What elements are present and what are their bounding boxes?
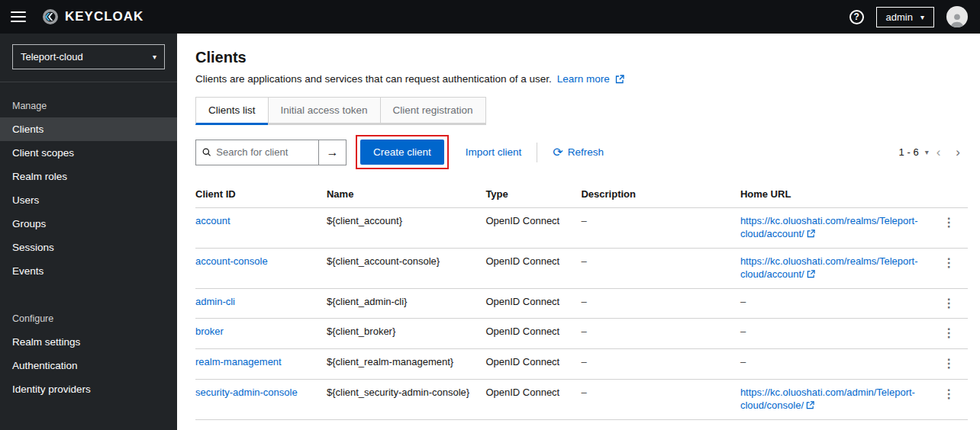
external-link-icon [807, 229, 815, 238]
table-row: account-console ${client_account-console… [195, 248, 968, 288]
client-home-url: – [740, 349, 940, 380]
client-description: – [581, 248, 740, 288]
search-submit-button[interactable]: → [319, 140, 347, 165]
sidebar-item-realm-roles[interactable]: Realm roles [0, 165, 177, 188]
client-type: OpenID Connect [485, 379, 581, 419]
clients-table: Client ID Name Type Description Home URL… [195, 181, 968, 420]
client-type: OpenID Connect [485, 248, 581, 288]
client-name: ${client_realm-management} [327, 349, 485, 380]
pagination-prev-button[interactable]: ‹ [929, 146, 949, 159]
client-description: – [581, 208, 740, 249]
sidebar-section-manage: Manage Clients Client scopes Realm roles… [0, 96, 177, 283]
table-header-row: Client ID Name Type Description Home URL [195, 181, 968, 208]
row-kebab-menu[interactable]: ⋮ [939, 248, 968, 288]
user-avatar-icon [949, 11, 965, 27]
client-description: – [581, 319, 740, 349]
pagination-next-button[interactable]: › [948, 146, 968, 159]
tab-client-registration[interactable]: Client registration [380, 97, 486, 125]
chevron-down-icon: ▾ [153, 53, 156, 61]
pagination-range-dropdown[interactable]: 1 - 6 ▾ [899, 146, 929, 158]
client-name: ${client_security-admin-console} [327, 379, 485, 419]
chevron-down-icon: ▾ [920, 13, 924, 21]
help-icon[interactable]: ? [849, 10, 864, 24]
row-kebab-menu[interactable]: ⋮ [939, 379, 968, 419]
table-row: admin-cli ${client_admin-cli} OpenID Con… [195, 288, 968, 319]
toolbar-divider [537, 143, 537, 162]
top-bar: KEYCLOAK ? admin ▾ [0, 0, 980, 34]
refresh-button[interactable]: ⟳ Refresh [553, 146, 604, 159]
sidebar-item-clients[interactable]: Clients [0, 117, 177, 141]
keycloak-admin-console: KEYCLOAK ? admin ▾ Teleport-cloud ▾ [0, 0, 980, 430]
tab-bar: Clients list Initial access token Client… [195, 97, 968, 125]
col-header-description: Description [581, 181, 740, 208]
learn-more-label: Learn more [557, 73, 610, 85]
row-kebab-menu[interactable]: ⋮ [939, 208, 968, 249]
client-type: OpenID Connect [485, 208, 581, 249]
sidebar-item-sessions[interactable]: Sessions [0, 236, 177, 259]
user-name: admin [886, 11, 913, 23]
section-label-manage: Manage [0, 96, 177, 117]
sidebar-item-client-scopes[interactable]: Client scopes [0, 141, 177, 165]
row-kebab-menu[interactable]: ⋮ [939, 288, 968, 319]
sidebar: Teleport-cloud ▾ Manage Clients Client s… [0, 34, 177, 430]
sidebar-section-configure: Configure Realm settings Authentication … [0, 309, 177, 401]
realm-name: Teleport-cloud [21, 51, 83, 63]
client-id-link[interactable]: account [195, 215, 230, 226]
external-link-icon [806, 401, 814, 409]
brand-name: KEYCLOAK [65, 9, 143, 24]
client-name: ${client_broker} [327, 319, 485, 349]
user-menu-dropdown[interactable]: admin ▾ [876, 7, 934, 27]
client-name: ${client_account-console} [327, 248, 485, 288]
sidebar-item-authentication[interactable]: Authentication [0, 354, 177, 377]
client-id-link[interactable]: account-console [195, 255, 268, 267]
sidebar-item-events[interactable]: Events [0, 259, 177, 283]
pagination-top: 1 - 6 ▾ ‹ › [899, 146, 968, 159]
table-row: security-admin-console ${client_security… [195, 379, 968, 419]
client-id-link[interactable]: security-admin-console [195, 387, 298, 398]
client-type: OpenID Connect [485, 319, 581, 349]
home-url-link[interactable]: https://kc.oluoshati.com/realms/Teleport… [740, 255, 918, 280]
hamburger-menu-icon[interactable] [11, 11, 26, 22]
client-type: OpenID Connect [485, 349, 581, 380]
create-client-button[interactable]: Create client [360, 140, 444, 165]
home-url-link[interactable]: https://kc.oluoshati.com/admin/Teleport-… [740, 387, 915, 411]
client-home-url: – [740, 319, 940, 349]
client-home-url: – [740, 288, 940, 319]
row-kebab-menu[interactable]: ⋮ [939, 349, 968, 380]
annotation-rectangle: Create client [356, 135, 449, 169]
tab-clients-list[interactable]: Clients list [195, 97, 269, 125]
sidebar-item-identity-providers[interactable]: Identity providers [0, 377, 177, 401]
refresh-label: Refresh [568, 146, 604, 158]
main-content: Clients Clients are applications and ser… [177, 34, 980, 430]
section-label-configure: Configure [0, 309, 177, 330]
external-link-icon [615, 75, 624, 84]
client-name: ${client_account} [327, 208, 485, 249]
client-description: – [581, 288, 740, 319]
sidebar-item-users[interactable]: Users [0, 188, 177, 212]
client-name: ${client_admin-cli} [327, 288, 485, 319]
sidebar-item-realm-settings[interactable]: Realm settings [0, 330, 177, 354]
home-url-link[interactable]: https://kc.oluoshati.com/realms/Teleport… [740, 215, 918, 239]
col-header-home-url: Home URL [740, 181, 940, 208]
col-header-client-id: Client ID [195, 181, 327, 208]
client-id-link[interactable]: realm-management [195, 356, 282, 367]
learn-more-link[interactable]: Learn more [557, 73, 624, 85]
keycloak-brand[interactable]: KEYCLOAK [41, 8, 143, 26]
row-kebab-menu[interactable]: ⋮ [939, 319, 968, 349]
page-title: Clients [195, 49, 968, 66]
import-client-button[interactable]: Import client [466, 146, 522, 158]
sidebar-item-groups[interactable]: Groups [0, 212, 177, 236]
table-row: realm-management ${client_realm-manageme… [195, 349, 968, 380]
page-description: Clients are applications and services th… [195, 73, 552, 85]
search-input[interactable] [216, 146, 312, 158]
tab-initial-access-token[interactable]: Initial access token [268, 97, 381, 125]
avatar[interactable] [946, 6, 968, 27]
realm-selector-dropdown[interactable]: Teleport-cloud ▾ [12, 44, 165, 69]
search-box [195, 140, 319, 165]
client-id-link[interactable]: broker [195, 326, 224, 337]
client-type: OpenID Connect [485, 288, 581, 319]
keycloak-logo-icon [41, 8, 60, 26]
col-header-name: Name [327, 181, 485, 208]
client-id-link[interactable]: admin-cli [195, 296, 235, 307]
external-link-icon [807, 270, 815, 278]
